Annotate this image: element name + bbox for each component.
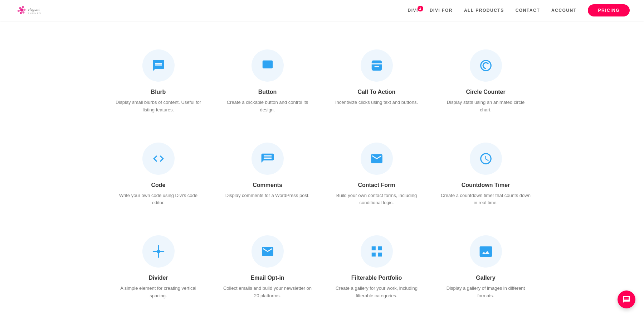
call-to-action-icon-circle [361, 49, 393, 82]
logo[interactable]: elegant THEMES [14, 3, 57, 18]
svg-text:elegant: elegant [28, 7, 40, 11]
module-card-gallery[interactable]: GalleryDisplay a gallery of images in di… [435, 228, 537, 307]
code-icon-circle [142, 143, 175, 175]
nav-links: DIVI 2 DIVI FOR ALL PRODUCTS CONTACT ACC… [408, 4, 630, 16]
countdown-timer-title: Countdown Timer [462, 182, 510, 188]
module-card-blurb[interactable]: BlurbDisplay small blurbs of content. Us… [107, 42, 209, 121]
module-card-divider[interactable]: DividerA simple element for creating ver… [107, 228, 209, 307]
filterable-portfolio-title: Filterable Portfolio [351, 275, 402, 281]
pricing-button[interactable]: PRICING [588, 4, 630, 16]
gallery-title: Gallery [476, 275, 495, 281]
nav-divi-for[interactable]: DIVI FOR [430, 8, 453, 13]
divider-desc: A simple element for creating vertical s… [113, 285, 204, 300]
module-card-contact-form[interactable]: Contact FormBuild your own contact forms… [326, 135, 428, 214]
comments-icon-circle [252, 143, 284, 175]
blurb-desc: Display small blurbs of content. Useful … [113, 99, 204, 114]
countdown-timer-desc: Create a countdown timer that counts dow… [440, 192, 531, 207]
email-opt-in-title: Email Opt-in [250, 275, 284, 281]
button-icon [261, 59, 274, 72]
svg-point-4 [20, 12, 22, 14]
code-desc: Write your own code using Divi's code ed… [113, 192, 204, 207]
svg-point-1 [22, 6, 24, 8]
circle-counter-icon-circle [470, 49, 502, 82]
module-card-countdown-timer[interactable]: Countdown TimerCreate a countdown timer … [435, 135, 537, 214]
module-card-circle-counter[interactable]: Circle CounterDisplay stats using an ani… [435, 42, 537, 121]
module-card-email-opt-in[interactable]: Email Opt-inCollect emails and build you… [216, 228, 318, 307]
svg-point-2 [24, 9, 26, 11]
blurb-icon [152, 59, 165, 72]
nav-all-products[interactable]: ALL PRODUCTS [464, 8, 504, 13]
contact-form-icon [370, 152, 384, 165]
filterable-portfolio-icon [370, 245, 384, 258]
email-opt-in-icon [261, 245, 274, 258]
countdown-timer-icon [479, 152, 493, 165]
code-title: Code [151, 182, 166, 188]
button-icon-circle [252, 49, 284, 82]
divider-icon-circle [142, 235, 175, 268]
filterable-portfolio-desc: Create a gallery for your work, includin… [331, 285, 422, 300]
chat-bubble[interactable] [618, 290, 635, 308]
contact-form-desc: Build your own contact forms, including … [331, 192, 422, 207]
navbar: elegant THEMES DIVI 2 DIVI FOR ALL PRODU… [0, 0, 644, 21]
module-card-comments[interactable]: CommentsDisplay comments for a WordPress… [216, 135, 318, 214]
circle-counter-title: Circle Counter [466, 89, 505, 95]
blurb-title: Blurb [151, 89, 166, 95]
gallery-desc: Display a gallery of images in different… [440, 285, 531, 300]
button-desc: Create a clickable button and control it… [222, 99, 313, 114]
countdown-timer-icon-circle [470, 143, 502, 175]
contact-form-title: Contact Form [358, 182, 395, 188]
button-title: Button [258, 89, 277, 95]
divider-icon [152, 245, 165, 258]
svg-point-3 [23, 11, 25, 14]
modules-grid: BlurbDisplay small blurbs of content. Us… [107, 42, 537, 307]
call-to-action-desc: Incentivize clicks using text and button… [335, 99, 418, 106]
comments-desc: Display comments for a WordPress post. [225, 192, 309, 200]
module-card-filterable-portfolio[interactable]: Filterable PortfolioCreate a gallery for… [326, 228, 428, 307]
gallery-icon-circle [470, 235, 502, 268]
module-card-code[interactable]: CodeWrite your own code using Divi's cod… [107, 135, 209, 214]
blurb-icon-circle [142, 49, 175, 82]
email-opt-in-icon-circle [252, 235, 284, 268]
comments-title: Comments [253, 182, 282, 188]
svg-text:THEMES: THEMES [28, 12, 42, 14]
main-content: BlurbDisplay small blurbs of content. Us… [0, 21, 644, 317]
circle-counter-icon [479, 59, 493, 72]
divider-title: Divider [148, 275, 168, 281]
comments-icon [261, 152, 274, 165]
module-card-call-to-action[interactable]: Call To ActionIncentivize clicks using t… [326, 42, 428, 121]
circle-counter-desc: Display stats using an animated circle c… [440, 99, 531, 114]
logo-image: elegant THEMES [14, 3, 57, 18]
nav-divi[interactable]: DIVI 2 [408, 8, 418, 13]
module-card-button[interactable]: ButtonCreate a clickable button and cont… [216, 42, 318, 121]
call-to-action-title: Call To Action [358, 89, 396, 95]
divi-badge-count: 2 [418, 6, 423, 11]
nav-contact[interactable]: CONTACT [516, 8, 540, 13]
chat-icon [622, 295, 631, 304]
nav-account[interactable]: ACCOUNT [551, 8, 577, 13]
svg-point-9 [157, 250, 160, 253]
contact-form-icon-circle [361, 143, 393, 175]
svg-point-5 [18, 10, 20, 12]
call-to-action-icon [370, 59, 384, 72]
code-icon [152, 152, 165, 165]
gallery-icon [479, 245, 493, 258]
filterable-portfolio-icon-circle [361, 235, 393, 268]
svg-point-6 [20, 8, 24, 11]
email-opt-in-desc: Collect emails and build your newsletter… [222, 285, 313, 300]
